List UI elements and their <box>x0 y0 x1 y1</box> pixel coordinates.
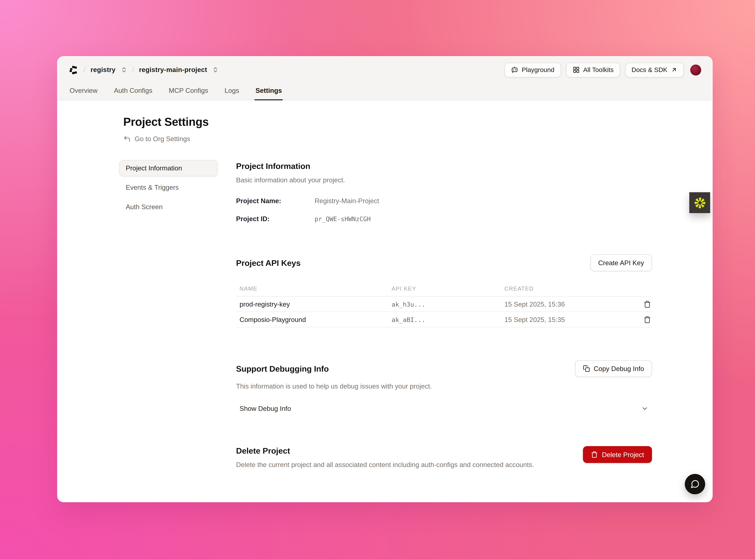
go-to-org-settings-label: Go to Org Settings <box>135 135 190 142</box>
api-key-created: 15 Sept 2025, 15:35 <box>504 316 638 323</box>
delete-project-description: Delete the current project and all assoc… <box>236 461 534 468</box>
delete-project-button[interactable]: Delete Project <box>583 446 652 463</box>
project-name-label: Project Name: <box>236 197 315 205</box>
project-id-label: Project ID: <box>236 215 315 222</box>
corner-up-left-icon <box>123 135 131 142</box>
composio-logo-icon[interactable] <box>68 65 79 75</box>
tab-logs[interactable]: Logs <box>223 83 240 100</box>
debug-info-description: This information is used to help us debu… <box>236 382 652 390</box>
breadcrumb-separator: / <box>132 65 134 74</box>
project-id-value: pr_QWE-sHWNzCGH <box>315 215 371 222</box>
settings-sidebar: Project Information Events & Triggers Au… <box>119 160 218 468</box>
show-debug-info-label: Show Debug Info <box>239 405 291 412</box>
section-delete-project: Delete Project Delete the current projec… <box>236 446 652 468</box>
yellow-asterisk-widget[interactable] <box>689 192 710 213</box>
app-header: / registry / registry-main-project <box>58 57 712 100</box>
section-api-keys: Project API Keys Create API Key NAME API… <box>236 254 652 327</box>
page-title: Project Settings <box>123 115 652 129</box>
api-keys-table: NAME API KEY CREATED prod-registry-key a… <box>236 281 652 327</box>
docs-sdk-label: Docs & SDK <box>632 66 668 74</box>
playground-button[interactable]: Playground <box>504 62 561 77</box>
project-id-row: Project ID: pr_QWE-sHWNzCGH <box>236 215 652 222</box>
docs-sdk-button[interactable]: Docs & SDK <box>625 62 684 77</box>
create-api-key-label: Create API Key <box>598 259 644 266</box>
app-window: / registry / registry-main-project <box>57 56 713 502</box>
api-key-value: ak_h3u... <box>392 300 504 307</box>
all-toolkits-label: All Toolkits <box>583 66 614 74</box>
sidebar-item-project-information[interactable]: Project Information <box>119 160 218 177</box>
settings-main: Project Information Basic information ab… <box>236 160 652 468</box>
delete-api-key-button[interactable] <box>642 299 652 309</box>
api-key-name: Composio-Playground <box>236 316 392 323</box>
bot-chat-icon <box>511 66 518 74</box>
chat-bubble-icon <box>690 479 700 489</box>
settings-content: Project Settings Go to Org Settings Proj… <box>58 100 712 502</box>
tab-overview[interactable]: Overview <box>68 83 98 100</box>
playground-label: Playground <box>522 66 554 74</box>
api-key-created: 15 Sept 2025, 15:36 <box>504 300 638 307</box>
column-header-api-key: API KEY <box>392 285 504 292</box>
copy-icon <box>583 365 590 372</box>
org-switcher-chevrons-icon[interactable] <box>120 66 127 73</box>
show-debug-info-toggle[interactable]: Show Debug Info <box>236 402 652 415</box>
debug-info-heading: Support Debugging Info <box>236 364 329 374</box>
breadcrumb-org[interactable]: registry <box>91 66 116 74</box>
section-project-information: Project Information Basic information ab… <box>236 161 652 223</box>
breadcrumb-project[interactable]: registry-main-project <box>139 66 207 74</box>
api-key-value: ak_aBI... <box>392 316 504 323</box>
trash-icon <box>643 300 651 307</box>
project-information-description: Basic information about your project. <box>236 176 652 184</box>
project-tabs: Overview Auth Configs MCP Configs Logs S… <box>68 83 701 100</box>
project-name-row: Project Name: Registry-Main-Project <box>236 197 652 205</box>
sidebar-item-events-triggers[interactable]: Events & Triggers <box>119 179 218 196</box>
project-name-value: Registry-Main-Project <box>315 197 379 205</box>
tab-auth-configs[interactable]: Auth Configs <box>113 83 154 100</box>
api-keys-table-header: NAME API KEY CREATED <box>236 281 652 297</box>
asterisk-spinner-icon <box>693 196 707 209</box>
copy-debug-info-label: Copy Debug Info <box>594 365 644 372</box>
table-row: prod-registry-key ak_h3u... 15 Sept 2025… <box>236 297 652 312</box>
section-debug-info: Support Debugging Info Copy Debug Info T… <box>236 360 652 415</box>
sidebar-item-auth-screen[interactable]: Auth Screen <box>119 199 218 215</box>
breadcrumb: / registry / registry-main-project <box>68 65 218 75</box>
tab-settings[interactable]: Settings <box>254 83 283 100</box>
breadcrumb-separator: / <box>83 65 86 74</box>
tab-mcp-configs[interactable]: MCP Configs <box>168 83 209 100</box>
project-switcher-chevrons-icon[interactable] <box>212 66 219 73</box>
arrow-up-right-icon <box>671 66 677 73</box>
delete-api-key-button[interactable] <box>642 315 652 324</box>
api-keys-heading: Project API Keys <box>236 258 300 267</box>
table-row: Composio-Playground ak_aBI... 15 Sept 20… <box>236 312 652 327</box>
user-avatar[interactable] <box>690 64 701 75</box>
delete-project-label: Delete Project <box>602 451 644 458</box>
all-toolkits-button[interactable]: All Toolkits <box>566 62 620 77</box>
project-information-heading: Project Information <box>236 161 652 171</box>
delete-project-heading: Delete Project <box>236 446 534 456</box>
trash-icon <box>643 316 651 323</box>
api-key-name: prod-registry-key <box>236 300 392 307</box>
create-api-key-button[interactable]: Create API Key <box>590 254 652 271</box>
pink-gradient-background: / registry / registry-main-project <box>0 0 755 560</box>
grid-icon <box>572 66 580 74</box>
chevron-down-icon <box>641 405 649 412</box>
support-chat-button[interactable] <box>685 474 705 494</box>
trash-icon <box>591 451 598 458</box>
copy-debug-info-button[interactable]: Copy Debug Info <box>575 360 652 377</box>
go-to-org-settings-link[interactable]: Go to Org Settings <box>123 135 190 142</box>
column-header-created: CREATED <box>504 285 638 292</box>
column-header-name: NAME <box>236 285 392 292</box>
